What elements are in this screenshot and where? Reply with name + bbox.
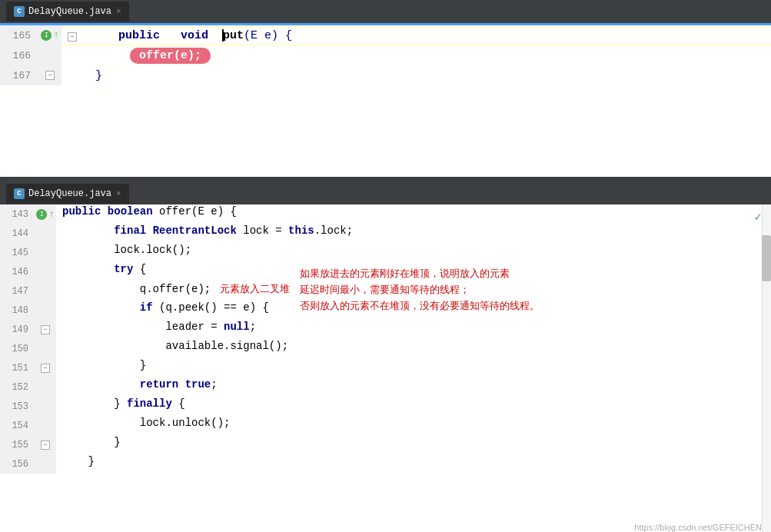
green-checkmark: ✓ xyxy=(754,209,762,224)
bottom-tab-close[interactable]: × xyxy=(116,189,121,198)
gutter-150 xyxy=(35,339,56,358)
code-line-167: 167 − } xyxy=(0,65,771,85)
annotation-box: 如果放进去的元素刚好在堆顶，说明放入的元素 延迟时间最小，需要通知等待的线程； … xyxy=(300,266,540,314)
line-content-166: offer(e); xyxy=(61,46,771,65)
bottom-tab-label: DelayQueue.java xyxy=(28,188,111,199)
code-line-152: 152 return true; xyxy=(0,377,771,397)
top-tab-label: DelayQueue.java xyxy=(28,6,111,17)
annotation-line2: 延迟时间最小，需要通知等待的线程； xyxy=(300,282,540,298)
fold-icon-167[interactable]: − xyxy=(45,71,55,80)
arrow-up-icon: ↑ xyxy=(53,30,58,41)
code-line-155: 155 − } xyxy=(0,435,771,454)
line-num-143: 143 xyxy=(0,204,35,224)
breakpoint-icon: I xyxy=(41,30,52,41)
code-line-145: 145 lock.lock(); xyxy=(0,243,771,262)
line-content-153: } finally { xyxy=(56,397,771,416)
code-line-153: 153 } finally { xyxy=(0,397,771,416)
bottom-tab-bar: C DelayQueue.java × xyxy=(0,183,771,204)
offer-pill: offer(e); xyxy=(130,48,211,64)
line-content-151: } xyxy=(56,358,771,377)
bottom-panel: C DelayQueue.java × ✓ 143 I ↑ public boo… xyxy=(0,183,771,532)
line-num-151: 151 xyxy=(0,358,35,377)
method-put: put xyxy=(223,29,244,42)
line-num-148: 148 xyxy=(0,301,35,320)
annotation-line1: 如果放进去的元素刚好在堆顶，说明放入的元素 xyxy=(300,266,540,282)
line-num-150: 150 xyxy=(0,339,35,358)
line-content-155: } xyxy=(56,435,771,454)
kw-void: void xyxy=(181,29,208,42)
gutter-145 xyxy=(35,243,56,262)
java-file-icon: C xyxy=(14,6,25,17)
gutter-155: − xyxy=(35,435,56,454)
panel-separator xyxy=(0,177,771,183)
gutter-156 xyxy=(35,454,56,474)
fold-icon-165[interactable]: − xyxy=(68,32,77,42)
line-num-145: 145 xyxy=(0,243,35,262)
line-content-154: lock.unlock(); xyxy=(56,416,771,435)
line-num-147: 147 xyxy=(0,281,35,301)
line-num-149: 149 xyxy=(0,320,35,339)
arrow-143: ↑ xyxy=(48,209,54,220)
code-line-166: 166 offer(e); xyxy=(0,45,771,65)
bottom-code-area: ✓ 143 I ↑ public boolean offer(E e) { 14… xyxy=(0,204,771,532)
gutter-166 xyxy=(38,45,61,65)
top-code-area: 165 I ↑ − public void put(E e) { 166 of xyxy=(0,25,771,177)
scroll-thumb[interactable] xyxy=(762,235,771,281)
line-content-143: public boolean offer(E e) { xyxy=(56,204,771,224)
bottom-tab-delayqueue[interactable]: C DelayQueue.java × xyxy=(6,184,129,204)
top-tab-delayqueue[interactable]: C DelayQueue.java × xyxy=(6,2,129,22)
gutter-147 xyxy=(35,281,56,301)
scrollbar-track[interactable] xyxy=(762,204,771,532)
line-num-155: 155 xyxy=(0,435,35,454)
top-panel: C DelayQueue.java × 165 I ↑ − public voi… xyxy=(0,0,771,177)
gutter-143: I ↑ xyxy=(35,204,56,224)
line-num-144: 144 xyxy=(0,224,35,243)
java-file-icon-2: C xyxy=(14,188,25,199)
gutter-144 xyxy=(35,224,56,243)
comment-147: 元素放入二叉堆 xyxy=(217,283,290,294)
line-content-167: } xyxy=(61,68,771,84)
line-content-156: } xyxy=(56,454,771,474)
gutter-151: − xyxy=(35,358,56,377)
code-line-156: 156 } xyxy=(0,454,771,474)
watermark: https://blog.csdn.net/GEFEICHEN xyxy=(634,523,762,532)
gutter-153 xyxy=(35,397,56,416)
line-num-154: 154 xyxy=(0,416,35,435)
gutter-165: I ↑ xyxy=(38,25,61,45)
fold-icon-149[interactable]: − xyxy=(41,325,50,334)
gutter-152 xyxy=(35,377,56,397)
line-num-156: 156 xyxy=(0,454,35,474)
code-line-154: 154 lock.unlock(); xyxy=(0,416,771,435)
line-content-150: available.signal(); xyxy=(56,339,771,358)
line-num-166: 166 xyxy=(0,45,38,65)
fold-icon-155[interactable]: − xyxy=(41,441,50,450)
line-num-165: 165 xyxy=(0,25,38,45)
code-line-143: 143 I ↑ public boolean offer(E e) { xyxy=(0,204,771,224)
line-content-165: − public void put(E e) { xyxy=(61,28,771,44)
gutter-149: − xyxy=(35,320,56,339)
code-line-150: 150 available.signal(); xyxy=(0,339,771,358)
line-num-152: 152 xyxy=(0,377,35,397)
line-num-167: 167 xyxy=(0,65,38,85)
line-content-149: leader = null; xyxy=(56,320,771,339)
line-num-153: 153 xyxy=(0,397,35,416)
line-content-145: lock.lock(); xyxy=(56,243,771,262)
gutter-148 xyxy=(35,301,56,320)
line-num-146: 146 xyxy=(0,262,35,281)
fold-icon-151[interactable]: − xyxy=(41,364,50,373)
gutter-146 xyxy=(35,262,56,281)
breakpoint-143: I xyxy=(36,209,47,220)
top-tab-close[interactable]: × xyxy=(116,7,121,16)
code-line-149: 149 − leader = null; xyxy=(0,320,771,339)
line-content-144: final ReentrantLock lock = this.lock; xyxy=(56,224,771,243)
kw-public: public xyxy=(118,29,160,42)
code-line-165: 165 I ↑ − public void put(E e) { xyxy=(0,25,771,45)
gutter-167: − xyxy=(38,65,61,85)
code-line-151: 151 − } xyxy=(0,358,771,377)
annotation-line3: 否则放入的元素不在堆顶，没有必要通知等待的线程。 xyxy=(300,298,540,314)
line-content-152: return true; xyxy=(56,377,771,397)
code-line-144: 144 final ReentrantLock lock = this.lock… xyxy=(0,224,771,243)
gutter-154 xyxy=(35,416,56,435)
top-tab-bar: C DelayQueue.java × xyxy=(0,0,771,23)
